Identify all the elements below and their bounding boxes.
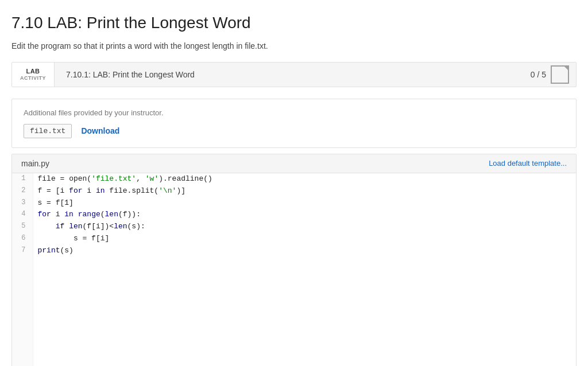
code-line-7: 7 print(s) bbox=[12, 245, 576, 257]
file-name-badge: file.txt bbox=[24, 124, 72, 138]
lab-activity-title: 7.10.1: LAB: Print the Longest Word bbox=[55, 70, 531, 79]
score-badge-icon bbox=[551, 65, 569, 84]
lab-score: 0 / 5 bbox=[531, 65, 576, 84]
download-button[interactable]: Download bbox=[81, 126, 119, 135]
lab-activity-bar: LAB ACTIVITY 7.10.1: LAB: Print the Long… bbox=[11, 62, 577, 87]
files-label: Additional files provided by your instru… bbox=[24, 108, 564, 117]
code-empty-lines bbox=[12, 257, 576, 366]
lab-badge: LAB ACTIVITY bbox=[12, 63, 55, 87]
files-section: Additional files provided by your instru… bbox=[11, 99, 577, 148]
code-line-2: 2 f = [i for i in file.split('\n')] bbox=[12, 185, 576, 197]
file-row: file.txt Download bbox=[24, 124, 564, 138]
page-subtitle: Edit the program so that it prints a wor… bbox=[11, 41, 577, 50]
code-table: 1 file = open('file.txt', 'w').readline(… bbox=[12, 173, 576, 366]
code-editor[interactable]: 1 file = open('file.txt', 'w').readline(… bbox=[12, 173, 576, 366]
lab-badge-activity: ACTIVITY bbox=[20, 75, 46, 82]
editor-filename: main.py bbox=[21, 159, 49, 168]
page-title: 7.10 LAB: Print the Longest Word bbox=[11, 14, 577, 32]
code-line-3: 3 s = f[1] bbox=[12, 197, 576, 209]
code-line-1: 1 file = open('file.txt', 'w').readline(… bbox=[12, 173, 576, 185]
code-line-4: 4 for i in range(len(f)): bbox=[12, 209, 576, 221]
load-template-button[interactable]: Load default template... bbox=[489, 159, 567, 168]
editor-header: main.py Load default template... bbox=[12, 154, 576, 173]
editor-section: main.py Load default template... 1 file … bbox=[11, 154, 577, 366]
lab-badge-lab: LAB bbox=[26, 67, 40, 75]
score-value: 0 / 5 bbox=[531, 70, 546, 79]
code-line-5: 5 if len(f[i])<len(s): bbox=[12, 221, 576, 233]
code-line-6: 6 s = f[i] bbox=[12, 233, 576, 245]
